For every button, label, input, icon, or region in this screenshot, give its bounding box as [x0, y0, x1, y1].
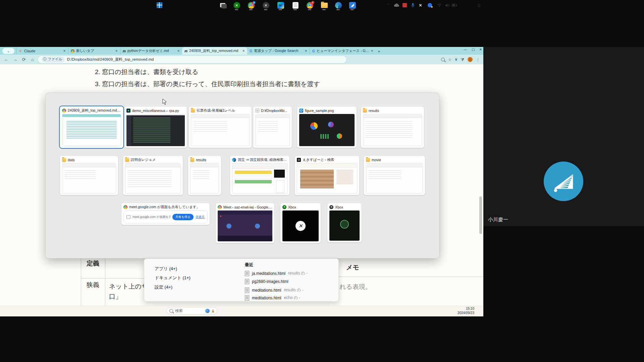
taskbar-clock[interactable]: 15:10 2024/09/23 — [455, 306, 474, 315]
window-card-figure-sample[interactable]: figure_sample.png — [297, 107, 357, 148]
taskbar-app-remote[interactable] — [348, 1, 356, 9]
flyout-category-apps[interactable]: アプリ (4+) — [155, 266, 177, 272]
window-card-ekispert[interactable]: えきすぱーと - 検索 — [295, 156, 359, 195]
start-button[interactable] — [156, 1, 163, 9]
window-card-data[interactable]: data — [60, 156, 118, 195]
google-icon: G — [312, 49, 315, 53]
cloud-icon — [394, 3, 399, 7]
window-card-meet[interactable]: Meet - saz-enwt-iwj - Google Chr... — [216, 203, 274, 243]
page-scrollbar[interactable] — [479, 196, 482, 234]
new-tab-button[interactable]: + — [376, 48, 382, 55]
markdown-icon: m — [123, 49, 126, 53]
code-editor-icon — [126, 109, 130, 113]
search-icon — [169, 309, 173, 313]
taskbar-app-xbox-dark[interactable]: ✕ — [262, 1, 270, 9]
recent-item[interactable]: meditations.htmlecho の - — [245, 295, 300, 301]
task-view-button[interactable] — [219, 1, 226, 9]
tray-x-app[interactable]: ✕ — [417, 1, 424, 9]
forward-button[interactable]: → — [11, 57, 19, 62]
tab-new-tab[interactable]: 新しいタブ ✕ — [68, 47, 120, 55]
recent-item[interactable]: pg2680-images.html — [245, 279, 291, 284]
task-view-icon — [220, 3, 225, 7]
tab-google-search-2[interactable]: G ヒューマンインタフェース - Google Se ✕ — [310, 47, 376, 55]
minimize-button[interactable]: — — [462, 48, 468, 51]
tab-google-search-1[interactable]: G 電源タップ - Google Search ✕ — [247, 47, 310, 55]
window-card-xbox-2[interactable]: Xbox — [327, 203, 362, 242]
taskbar-app-edge[interactable] — [334, 1, 342, 9]
tab-close-icon[interactable]: ✕ — [371, 49, 373, 53]
participant-name: 小川慶一 — [488, 217, 508, 223]
flyout-category-settings[interactable]: 設定 (4+) — [155, 284, 172, 290]
window-card-folder-denpyo[interactable]: 伝票作成-発展編1レベル — [189, 107, 252, 148]
taskbar-app-xbox[interactable]: ✕ — [233, 1, 240, 9]
flyout-category-documents[interactable]: ドキュメント (1+) — [155, 275, 191, 281]
folder-icon — [62, 158, 66, 162]
tab-close-icon[interactable]: ✕ — [305, 49, 307, 53]
window-card-movie[interactable]: movie — [364, 156, 425, 195]
window-thumbnail — [282, 210, 319, 241]
taskbar-app-notepad[interactable] — [291, 1, 299, 9]
stop-sharing-button[interactable]: 共有を停止 — [172, 214, 194, 220]
cloud-badge-icon: ☁ — [253, 1, 256, 4]
tray-notifications[interactable] — [475, 1, 483, 9]
taskbar-app-chrome[interactable]: k — [306, 1, 314, 9]
menu-kebab-icon[interactable]: ⋮ — [476, 57, 480, 62]
window-card-results-2[interactable]: results — [188, 156, 221, 195]
recent-item[interactable]: meditations.htmlresults の - — [245, 287, 304, 293]
tray-volume[interactable] — [443, 1, 451, 9]
window-card-xbox-1[interactable]: Xbox — [280, 203, 321, 243]
tab-search-button[interactable]: ⌄ — [2, 48, 14, 54]
window-card-route-search[interactable]: 国立 ⇒ 国立競技場, 経路検索|駅... — [230, 156, 289, 195]
recent-item[interactable]: ja.meditations.htmlresults の - — [245, 270, 308, 276]
tray-onedrive[interactable] — [392, 1, 400, 9]
tab-active-document[interactable]: m 240909_資料_top_removed.md ✕ — [182, 47, 247, 55]
window-card-code-editor[interactable]: demo_miscellaneous – rpa.py — [124, 107, 187, 148]
photos-icon — [299, 109, 303, 113]
html-file-icon — [245, 295, 249, 301]
taskbar-app-pycharm[interactable]: PC — [277, 1, 284, 9]
html-file-icon — [245, 271, 249, 276]
window-card-notepad[interactable]: D:¥Dropbox¥bi... — [253, 107, 292, 148]
window-card-document[interactable]: 240909_資料_top_removed.md -... — [60, 107, 123, 148]
close-window-button[interactable]: ✕ — [478, 48, 484, 51]
url-text: D:/Dropbox/biz/md/240909_資料_top_removed.… — [67, 57, 154, 62]
search-app-icon — [297, 158, 301, 162]
tray-overflow-button[interactable]: ⌃ — [384, 1, 392, 9]
tab-close-icon[interactable]: ✕ — [115, 49, 118, 53]
taskbar-app-chrome-remote[interactable]: ☁ — [247, 1, 255, 9]
window-title: D:¥Dropbox¥bi... — [261, 109, 287, 113]
tab-close-icon[interactable]: ✕ — [177, 49, 180, 53]
taskbar-search-box[interactable]: 検索 — [166, 307, 217, 314]
zoom-icon[interactable] — [441, 58, 445, 61]
table-memo-text: れる表現。 — [339, 282, 372, 292]
tab-claude[interactable]: ✳ Claude ✕ — [16, 47, 68, 55]
chrome-icon: k — [307, 2, 313, 9]
window-card-meet-banner[interactable]: meet.google.com が画面を共有しています。 meet.google… — [121, 203, 210, 225]
reload-button[interactable]: ⟳ — [19, 57, 28, 62]
tray-wifi[interactable] — [435, 1, 443, 9]
tab-python-seminar[interactable]: m pythonデータ分析ゼミ.md ✕ — [120, 47, 182, 55]
maximize-button[interactable]: ▢ — [470, 48, 476, 51]
address-bar[interactable]: ⓘ ファイル D:/Dropbox/biz/md/240909_資料_top_r… — [38, 56, 346, 63]
window-card-results-1[interactable]: results — [361, 107, 424, 148]
window-thumbnail — [363, 114, 422, 146]
tab-close-icon[interactable]: ✕ — [242, 49, 245, 53]
search-highlight-globe-icon — [205, 309, 210, 313]
bookmark-star-icon[interactable]: ☆ — [448, 57, 452, 62]
search-flyout: アプリ (4+) ドキュメント (1+) 設定 (4+) 最近 ja.medit… — [144, 258, 339, 302]
home-button[interactable]: ⌂ — [28, 57, 37, 62]
hide-banner-link[interactable]: 非表示 — [196, 215, 205, 219]
taskbar-app-explorer[interactable] — [320, 1, 328, 9]
extensions-puzzle-icon[interactable]: ⧩ — [461, 57, 464, 62]
window-card-resume[interactable]: 説明会レジュメ — [123, 156, 183, 195]
tray-blue-app[interactable] — [426, 1, 434, 9]
yen-extension-icon[interactable]: ¥ — [455, 57, 458, 62]
profile-avatar[interactable]: b — [468, 57, 473, 62]
tray-battery[interactable] — [450, 1, 458, 9]
tab-close-icon[interactable]: ✕ — [63, 49, 66, 53]
tray-red-app[interactable] — [401, 1, 409, 9]
window-title: meet.google.com が画面を共有しています。 — [129, 205, 200, 209]
window-title: movie — [372, 158, 381, 162]
back-button[interactable]: ← — [2, 57, 11, 62]
tray-microphone[interactable] — [409, 1, 417, 9]
